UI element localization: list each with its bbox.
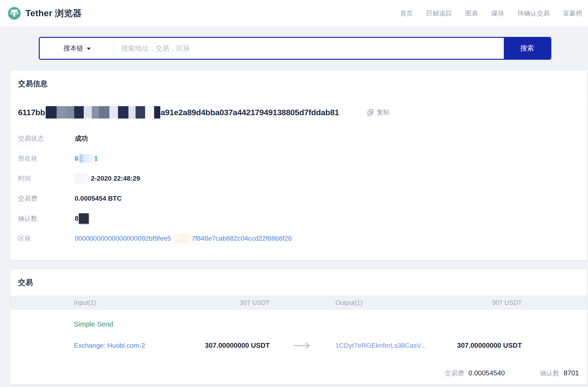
search-button[interactable]: 搜索 <box>504 38 550 59</box>
tx-card-footer: 交易费 0.00054540 确认数 8701 <box>10 362 587 384</box>
tx-type-row: Simple Send <box>10 320 587 328</box>
nav-item-blocks[interactable]: 爆块 <box>491 9 504 18</box>
fee-label: 交易费 <box>18 194 75 203</box>
top-header: Tether 浏览器 首页 巨鲸追踪 图表 爆块 待确认交易 富豪榜 <box>0 0 588 27</box>
nav-item-pending-tx[interactable]: 待确认交易 <box>518 9 550 18</box>
tx-table-body: Simple Send Exchange: Huobi.com-2 307.00… <box>10 310 587 362</box>
from-amount: 307.00000000 USDT <box>150 341 270 349</box>
copy-label: 复制 <box>377 108 389 117</box>
input-column-header: Input(1) <box>74 299 150 307</box>
tx-status-label: 交易状态 <box>18 134 75 143</box>
footer-fee-value: 0.00054540 <box>468 369 505 377</box>
block-hash-label: 区块 <box>18 234 75 243</box>
block-hash-row: 区块 00000000000000000092bf9fee5 7f848e7ca… <box>18 228 579 249</box>
brand[interactable]: Tether 浏览器 <box>7 6 82 20</box>
footer-fee-label: 交易费 <box>445 369 464 378</box>
main-nav: 首页 巨鲸追踪 图表 爆块 待确认交易 富豪榜 <box>400 9 585 18</box>
tx-info-title: 交易信息 <box>10 71 587 97</box>
redacted-block-hash-segment <box>171 234 191 243</box>
confirmations-value: 8 <box>75 215 79 222</box>
block-height-link[interactable]: 6 1 <box>75 154 98 163</box>
block-height-suffix: 1 <box>94 155 98 162</box>
from-address-link[interactable]: Exchange: Huobi.com-2 <box>74 342 145 349</box>
tx-status-value: 成功 <box>75 134 88 143</box>
chain-select-label: 搜本链 <box>63 44 84 53</box>
search-bar: 搜本链 搜索 <box>39 37 551 60</box>
nav-item-charts[interactable]: 图表 <box>465 9 478 18</box>
footer-confirmations-value: 8701 <box>564 369 579 377</box>
transactions-card: 交易 Input(1) 307 USDT Output(1) 307 USDT … <box>10 269 587 384</box>
search-input[interactable] <box>114 38 504 59</box>
block-hash-prefix: 00000000000000000092bf9fee5 <box>75 235 171 242</box>
tx-info-body: 6117bb a91e2a89d4bba037a44217949138805d7… <box>10 106 587 260</box>
time-label: 时间 <box>18 174 75 183</box>
output-total: 307 USDT <box>412 299 522 307</box>
copy-button[interactable]: 复制 <box>367 108 389 117</box>
tx-hash-prefix: 6117bb <box>18 108 45 117</box>
redacted-confirmations <box>79 213 89 224</box>
redacted-hash-segment <box>46 106 160 118</box>
tx-hash: 6117bb a91e2a89d4bba037a44217949138805d7… <box>18 106 339 118</box>
redacted-date <box>75 173 90 184</box>
block-hash-link[interactable]: 00000000000000000092bf9fee5 7f848e7cab88… <box>75 234 292 243</box>
tx-hash-row: 6117bb a91e2a89d4bba037a44217949138805d7… <box>18 106 579 118</box>
search-section: 搜本链 搜索 <box>0 27 588 60</box>
tx-flow-row: Exchange: Huobi.com-2 307.00000000 USDT … <box>10 341 587 349</box>
tx-table-header: Input(1) 307 USDT Output(1) 307 USDT <box>10 296 587 310</box>
time-row: 时间 2-2020 22:48:29 <box>18 168 579 188</box>
tx-type-badge: Simple Send <box>74 320 113 328</box>
tx-status-row: 交易状态 成功 <box>18 129 579 149</box>
block-height-row: 所在块 6 1 <box>18 149 579 168</box>
chevron-down-icon <box>87 47 91 50</box>
input-total: 307 USDT <box>150 299 270 307</box>
time-value: 2-2020 22:48:29 <box>91 175 140 182</box>
confirmations-label: 确认数 <box>18 214 75 223</box>
arrow-right-icon <box>270 342 336 349</box>
redacted-block-height <box>80 154 93 163</box>
transactions-title: 交易 <box>10 270 587 296</box>
nav-item-home[interactable]: 首页 <box>400 9 413 18</box>
confirmations-row: 确认数 8 <box>18 208 579 228</box>
block-hash-suffix: 7f848e7cab882c04ccd22f88b8f26 <box>191 235 292 242</box>
page: Tether 浏览器 首页 巨鲸追踪 图表 爆块 待确认交易 富豪榜 搜本链 搜… <box>0 0 588 387</box>
footer-confirmations-label: 确认数 <box>540 369 559 378</box>
fee-value: 0.0005454 BTC <box>75 195 122 202</box>
fee-row: 交易费 0.0005454 BTC <box>18 188 579 208</box>
output-column-header: Output(1) <box>336 299 412 307</box>
tx-info-card: 交易信息 6117bb a91e2a89d4bba037a44217949138… <box>10 70 587 260</box>
brand-title: Tether 浏览器 <box>25 7 82 19</box>
tether-logo-icon <box>7 6 21 20</box>
nav-item-whale-tracking[interactable]: 巨鲸追踪 <box>426 9 452 18</box>
to-amount: 307.00000000 USDT <box>412 341 522 349</box>
copy-icon <box>367 109 374 116</box>
block-height-label: 所在块 <box>18 154 75 163</box>
block-height-prefix: 6 <box>75 155 79 162</box>
chain-select-dropdown[interactable]: 搜本链 <box>40 38 114 59</box>
tx-hash-suffix: a91e2a89d4bba037a44217949138805d7fddab81 <box>161 108 339 117</box>
nav-item-rich-list[interactable]: 富豪榜 <box>563 9 582 18</box>
